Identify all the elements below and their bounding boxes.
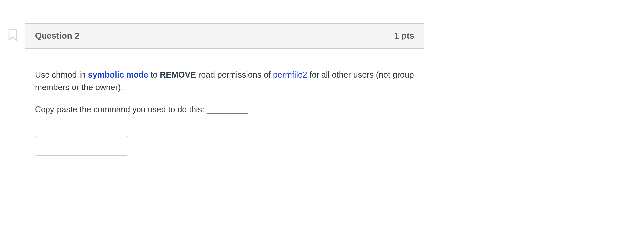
question-points: 1 pts [394,31,414,41]
text-segment: Use chmod in [35,70,88,79]
question-header: Question 2 1 pts [25,24,424,49]
answer-input[interactable] [35,136,128,156]
question-body: Use chmod in symbolic mode to REMOVE rea… [25,49,424,169]
text-permfile: permfile2 [273,70,307,79]
text-remove: REMOVE [160,70,196,79]
bookmark-icon[interactable] [8,29,18,41]
text-segment: to [148,70,160,79]
question-prompt: Copy-paste the command you used to do th… [35,103,414,116]
question-title: Question 2 [35,31,79,41]
question-text: Use chmod in symbolic mode to REMOVE rea… [35,69,414,93]
text-symbolic-mode: symbolic mode [88,70,148,79]
question-card: Question 2 1 pts Use chmod in symbolic m… [25,23,424,169]
text-segment: read permissions of [196,70,273,79]
